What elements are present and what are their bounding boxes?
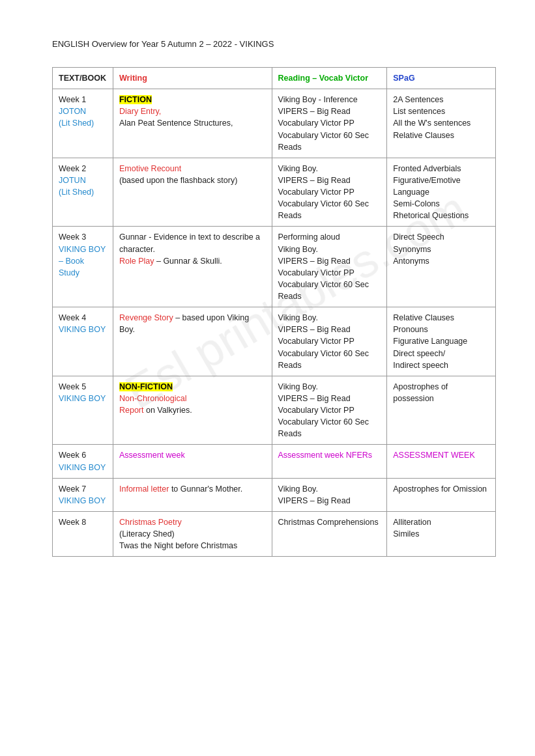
table-header-row: TEXT/BOOK Writing Reading – Vocab Victor… [53,68,496,89]
cell-spag-7: AlliterationSimiles [387,511,496,556]
cell-spag-2: Direct SpeechSynonymsAntonyms [387,227,496,307]
col-header-reading: Reading – Vocab Victor [272,68,387,89]
table-row: Week 4VIKING BOYRevenge Story – based up… [53,307,496,376]
table-row: Week 1JOTON(Lit Shed)FICTIONDiary Entry,… [53,89,496,158]
cell-spag-3: Relative ClausesPronounsFigurative Langu… [387,307,496,376]
cell-book-7: Week 8 [53,511,113,556]
cell-book-5: Week 6VIKING BOY [53,445,113,478]
col-header-spag: SPaG [387,68,496,89]
cell-reading-4: Viking Boy.VIPERS – Big ReadVocabulary V… [272,376,387,445]
cell-book-2: Week 3VIKING BOY– Book Study [53,227,113,307]
cell-writing-2: Gunnar - Evidence in text to describe a … [113,227,272,307]
cell-writing-6: Informal letter to Gunnar's Mother. [113,478,272,511]
col-header-book: TEXT/BOOK [53,68,113,89]
cell-reading-5: Assessment week NFERs [272,445,387,478]
table-row: Week 2JOTUN(Lit Shed)Emotive Recount(bas… [53,158,496,227]
cell-reading-3: Viking Boy.VIPERS – Big ReadVocabulary V… [272,307,387,376]
cell-spag-6: Apostrophes for Omission [387,478,496,511]
cell-writing-4: NON-FICTIONNon-ChronologicalReport on Va… [113,376,272,445]
cell-reading-2: Performing aloudViking Boy.VIPERS – Big … [272,227,387,307]
table-row: Week 6VIKING BOYAssessment weekAssessmen… [53,445,496,478]
cell-book-6: Week 7VIKING BOY [53,478,113,511]
cell-book-3: Week 4VIKING BOY [53,307,113,376]
overview-table: TEXT/BOOK Writing Reading – Vocab Victor… [52,67,496,557]
cell-book-4: Week 5VIKING BOY [53,376,113,445]
cell-spag-5: ASSESSMENT WEEK [387,445,496,478]
cell-reading-1: Viking Boy.VIPERS – Big ReadVocabulary V… [272,158,387,227]
cell-book-0: Week 1JOTON(Lit Shed) [53,89,113,158]
table-row: Week 5VIKING BOYNON-FICTIONNon-Chronolog… [53,376,496,445]
cell-spag-4: Apostrophes of possession [387,376,496,445]
cell-spag-0: 2A SentencesList sentencesAll the W's se… [387,89,496,158]
cell-book-1: Week 2JOTUN(Lit Shed) [53,158,113,227]
cell-writing-3: Revenge Story – based upon Viking Boy. [113,307,272,376]
col-header-writing: Writing [113,68,272,89]
cell-reading-6: Viking Boy.VIPERS – Big Read [272,478,387,511]
cell-writing-0: FICTIONDiary Entry,Alan Peat Sentence St… [113,89,272,158]
cell-writing-1: Emotive Recount(based upon the flashback… [113,158,272,227]
table-row: Week 3VIKING BOY– Book StudyGunnar - Evi… [53,227,496,307]
table-row: Week 8Christmas Poetry(Literacy Shed)Twa… [53,511,496,556]
cell-reading-7: Christmas Comprehensions [272,511,387,556]
page-title: ENGLISH Overview for Year 5 Autumn 2 – 2… [52,39,496,49]
cell-writing-7: Christmas Poetry(Literacy Shed)Twas the … [113,511,272,556]
cell-spag-1: Fronted AdverbialsFigurative/Emotive Lan… [387,158,496,227]
cell-reading-0: Viking Boy - InferenceVIPERS – Big ReadV… [272,89,387,158]
table-row: Week 7VIKING BOYInformal letter to Gunna… [53,478,496,511]
cell-writing-5: Assessment week [113,445,272,478]
